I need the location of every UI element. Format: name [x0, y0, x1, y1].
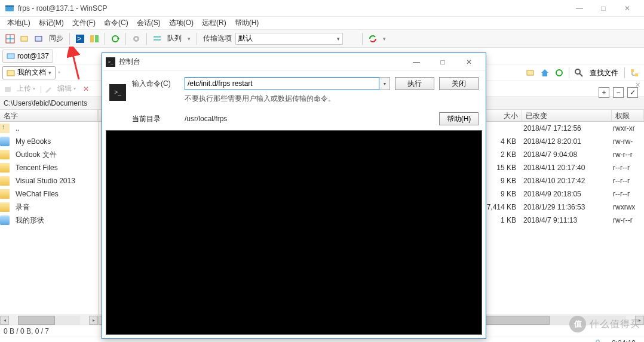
command-hint: 不要执行那些需要用户输入或数据传输的命令。: [185, 94, 479, 104]
command-input-label: 输入命令(C): [132, 79, 180, 89]
cell-date: 2018/4/7 9:04:08: [520, 150, 609, 159]
folder-icon: [0, 137, 10, 146]
queue-label[interactable]: 队列: [165, 33, 184, 44]
console-icon: [106, 57, 115, 67]
local-pane: 名字 ..My eBooksOutlook 文件Tencent FilesVis…: [0, 110, 99, 325]
transfer-mode-value: 默认: [238, 33, 253, 44]
item-label: Visual Studio 2013: [12, 177, 98, 185]
list-item[interactable]: Visual Studio 2013: [0, 174, 98, 187]
remote-file-list[interactable]: 2018/4/7 17:12:56rwxr-xr4 KB2018/4/12 8:…: [483, 122, 644, 315]
local-folder-combo[interactable]: 我的文档 ▾: [2, 66, 56, 79]
item-label: Tencent Files: [12, 164, 98, 172]
home-icon[interactable]: [539, 67, 551, 79]
dialog-title: 控制台: [119, 57, 403, 67]
list-item[interactable]: WeChat Files: [0, 187, 98, 201]
folder-icon: [0, 150, 10, 159]
compare-icon[interactable]: [88, 32, 101, 45]
cell-date: 2018/4/7 9:11:13: [520, 216, 609, 224]
list-item[interactable]: 我的形状: [0, 214, 98, 227]
menu-help[interactable]: 帮助(H): [231, 17, 263, 29]
help-button[interactable]: 帮助(H): [439, 112, 479, 125]
table-row[interactable]: 1 KB2018/4/7 9:11:13rw-r--r: [483, 214, 644, 227]
find-icon[interactable]: [573, 67, 585, 79]
app-icon: [5, 4, 14, 13]
open-session-icon[interactable]: [32, 32, 45, 45]
svg-rect-18: [7, 70, 14, 76]
upload-button[interactable]: 上传 ▾: [14, 84, 38, 94]
session-tab[interactable]: root@137: [2, 50, 53, 63]
collapse-button[interactable]: −: [613, 87, 624, 98]
refresh-remote-icon[interactable]: [553, 67, 565, 79]
cell-perm: rwxrwx: [609, 203, 642, 211]
table-row[interactable]: 15 KB2018/4/11 20:17:40r--r--r: [483, 161, 644, 174]
local-hscroll[interactable]: ◂▸: [0, 315, 98, 325]
terminal-icon[interactable]: >: [73, 32, 87, 45]
svg-marker-20: [541, 69, 548, 76]
list-item[interactable]: Outlook 文件: [0, 148, 98, 161]
reconnect-icon[interactable]: [366, 32, 379, 45]
item-label: WeChat Files: [12, 190, 98, 198]
list-item[interactable]: ..: [0, 122, 98, 135]
transfer-options-label: 传输选项: [201, 33, 234, 44]
table-row[interactable]: 9 KB2018/4/9 20:18:05r--r--r: [483, 187, 644, 201]
cell-date: 2018/4/9 20:18:05: [520, 190, 609, 198]
menu-local[interactable]: 本地(L): [4, 17, 34, 29]
dialog-maximize-button[interactable]: □: [430, 54, 456, 70]
window-maximize-button[interactable]: □: [591, 1, 615, 16]
layout-icon[interactable]: [4, 32, 17, 45]
list-item[interactable]: My eBooks: [0, 135, 98, 148]
toggle-button[interactable]: ✓: [627, 87, 638, 98]
window-minimize-button[interactable]: —: [568, 1, 591, 16]
queue-settings-icon[interactable]: [151, 32, 164, 45]
col-perm[interactable]: 权限: [612, 110, 644, 121]
new-session-icon[interactable]: [18, 32, 31, 45]
list-item[interactable]: Tencent Files: [0, 161, 98, 174]
svg-rect-1: [5, 5, 14, 7]
remote-view-buttons: + − ✓: [599, 87, 638, 98]
dialog-minimize-button[interactable]: —: [403, 54, 430, 70]
queue-dropdown-icon[interactable]: ▾: [185, 36, 193, 42]
sync-label[interactable]: 同步: [47, 33, 66, 44]
command-input[interactable]: [185, 77, 379, 90]
table-row[interactable]: 9 KB2018/4/10 20:17:42r--r--r: [483, 174, 644, 187]
window-close-button[interactable]: ✕: [615, 1, 639, 16]
new-folder-icon[interactable]: [525, 67, 536, 79]
table-row[interactable]: 7,414 KB2018/1/29 11:36:53rwxrwx: [483, 201, 644, 214]
menu-command[interactable]: 命令(C): [100, 17, 132, 29]
svg-point-21: [556, 70, 562, 76]
cell-perm: r--r--r: [609, 177, 642, 185]
svg-point-14: [135, 38, 137, 40]
table-row[interactable]: 4 KB2018/4/12 8:20:01rw-rw-: [483, 135, 644, 148]
menu-options[interactable]: 选项(O): [165, 17, 197, 29]
execute-button[interactable]: 执行: [395, 77, 434, 90]
command-history-dropdown[interactable]: ▾: [379, 77, 390, 90]
col-changed[interactable]: 已改变: [522, 110, 612, 121]
cell-perm: rw-r--r: [609, 216, 642, 224]
table-row[interactable]: 2 KB2018/4/7 9:04:08rw-r--r: [483, 148, 644, 161]
menu-mark[interactable]: 标记(M): [35, 17, 68, 29]
table-row[interactable]: 2018/4/7 17:12:56rwxr-xr: [483, 122, 644, 135]
menu-remote[interactable]: 远程(R): [198, 17, 230, 29]
edit-button[interactable]: 编辑 ▾: [55, 84, 78, 94]
main-toolbar: 同步 > 队列 ▾ 传输选项 默认▾ ▾: [0, 30, 644, 48]
local-file-list[interactable]: ..My eBooksOutlook 文件Tencent FilesVisual…: [0, 122, 98, 227]
find-files-label[interactable]: 查找文件: [587, 68, 621, 78]
delete-disabled-icon: ✕: [83, 85, 89, 93]
cell-date: 2018/4/12 8:20:01: [520, 137, 609, 146]
dialog-close-button[interactable]: ✕: [456, 54, 482, 70]
gear-icon[interactable]: [130, 32, 143, 45]
close-button[interactable]: 关闭: [439, 77, 479, 90]
list-item[interactable]: 录音: [0, 201, 98, 214]
reconnect-dropdown-icon[interactable]: ▾: [381, 36, 388, 42]
col-name[interactable]: 名字: [0, 110, 98, 121]
tree-icon[interactable]: [628, 67, 640, 79]
transfer-mode-combo[interactable]: 默认▾: [235, 33, 343, 45]
col-size[interactable]: 大小: [485, 110, 522, 121]
refresh-icon[interactable]: [109, 32, 122, 45]
cell-size: 15 KB: [483, 164, 520, 172]
menu-session[interactable]: 会话(S): [133, 17, 164, 29]
console-output[interactable]: [106, 130, 482, 335]
cell-size: 7,414 KB: [483, 203, 520, 211]
expand-button[interactable]: +: [599, 87, 609, 98]
menu-file[interactable]: 文件(F): [69, 17, 99, 29]
